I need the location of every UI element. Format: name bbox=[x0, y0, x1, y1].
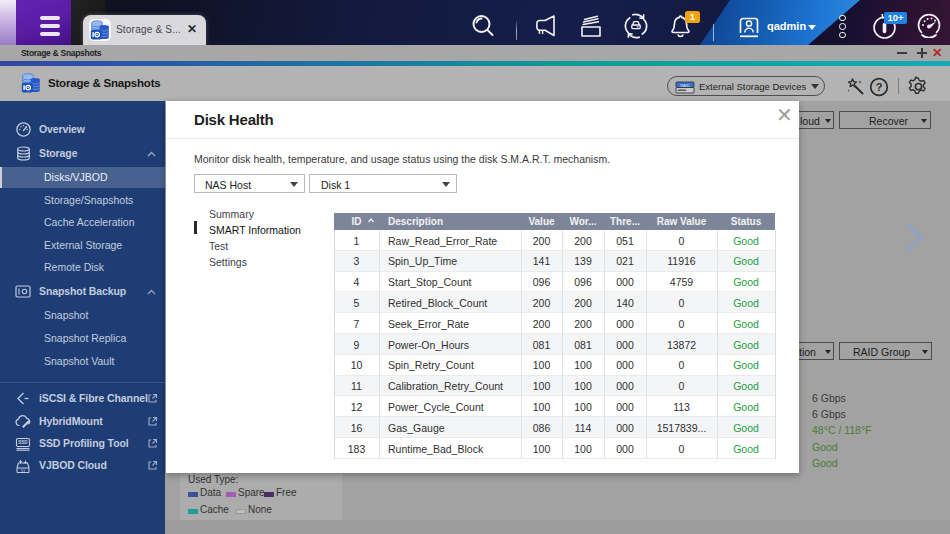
svg-text:VJ: VJ bbox=[21, 468, 25, 472]
svg-text:?: ? bbox=[876, 81, 883, 93]
svg-text:SSD: SSD bbox=[18, 440, 28, 445]
svg-text:RAID: RAID bbox=[680, 83, 690, 88]
